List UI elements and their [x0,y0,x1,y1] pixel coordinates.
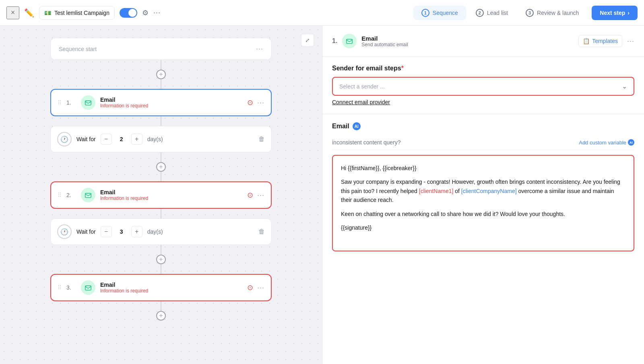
email-section: Email AI inconsistent content query? Add… [322,114,644,259]
ai-badge: AI [353,122,361,130]
add-step-btn-0[interactable]: + [156,70,166,79]
add-custom-variable-link[interactable]: Add custom variable AI [579,139,634,146]
step-actions-3: ⊙ ··· [247,283,264,292]
email-step-3[interactable]: ⠿ 3. Email Information is required ⊙ ··· [50,274,272,301]
email-body-line-3: Keen on chatting over a networking call … [341,210,625,218]
step-info-2: Email Information is required [100,189,242,201]
nav-review-label: Review & launch [537,10,579,16]
email-step-1[interactable]: ⠿ 1. Email Information is required ⊙ ··· [50,89,272,116]
step-more-2[interactable]: ··· [257,191,264,199]
drag-handle-1[interactable]: ⠿ [58,99,62,106]
svg-rect-0 [85,101,91,105]
drag-handle-2[interactable]: ⠿ [58,192,62,198]
email-icon-1 [81,95,95,110]
clock-icon-2: 🕐 [57,224,72,239]
nav-review[interactable]: 3 Review & launch [518,6,587,20]
right-step-subtitle: Send automatic email [361,42,574,47]
drag-handle-3[interactable]: ⠿ [58,284,62,291]
campaign-toggle[interactable] [120,8,137,18]
header-left: × ✏️ 💵 Test lemlist Campaign ⚙ ··· [6,6,409,20]
campaign-emoji: 💵 [44,10,51,16]
sequence-panel: ⤢ Sequence start ··· + ⠿ 1. [0,26,322,364]
next-step-button[interactable]: Next step › [592,6,638,20]
subject-row: inconsistent content query? Add custom v… [332,135,634,150]
sender-placeholder: Select a sender ... [339,83,385,90]
email-body[interactable]: Hi {{firstName}}, {{icebreaker}} Saw you… [332,155,634,251]
connector-4b [161,264,161,274]
var-client-name: [clientName1] [419,188,454,194]
nav-sequence[interactable]: 1 Sequence [413,6,466,20]
header-nav: 1 Sequence 2 Lead list 3 Review & launch [413,6,587,20]
expand-button[interactable]: ⤢ [301,34,314,47]
connector-3 [161,209,161,218]
step-num-1: 1. [66,99,76,106]
nav-sequence-label: Sequence [433,10,458,16]
header-more-icon[interactable]: ··· [153,8,161,17]
templates-label: Templates [592,38,618,44]
arrow-right-icon: › [627,10,630,16]
step-info-3: Email Information is required [100,282,242,294]
step-more-1[interactable]: ··· [257,99,264,107]
right-email-icon [342,34,357,48]
right-header: 1. Email Send automatic email 📋 Template… [322,26,644,57]
wait-label-2: Wait for [76,228,96,235]
nav-num-1: 1 [421,9,429,17]
sequence-start-more[interactable]: ··· [256,45,263,53]
add-step-btn-1[interactable]: + [156,162,166,172]
decrement-wait-1[interactable]: − [101,134,112,145]
step-actions-2: ⊙ ··· [247,191,264,199]
main-layout: ⤢ Sequence start ··· + ⠿ 1. [0,26,644,364]
email-step-2[interactable]: ⠿ 2. Email Information is required ⊙ ··· [50,181,272,209]
step-error-1: Information is required [100,103,242,109]
var-company-name: [clientCompanyName] [461,188,517,194]
toggle-thumb [128,9,136,17]
right-step-num: 1. [332,37,337,45]
email-body-line-2: Saw your company is expanding - congrats… [341,177,625,204]
step-info-1: Email Information is required [100,97,242,109]
add-step-btn-2[interactable]: + [156,255,166,264]
email-icon-3 [81,280,95,295]
campaign-title: Test lemlist Campaign [54,10,109,16]
connector-0 [161,60,161,70]
close-button[interactable]: × [6,6,19,19]
wait-value-2: 3 [117,228,126,235]
error-icon-1: ⊙ [247,98,253,107]
increment-wait-1[interactable]: + [131,134,142,145]
wait-card-1: 🕐 Wait for − 2 + day(s) 🗑 [50,126,272,152]
step-more-3[interactable]: ··· [257,284,264,292]
right-step-info: Email Send automatic email [361,35,574,47]
nav-leadlist[interactable]: 2 Lead list [468,6,516,20]
templates-button[interactable]: 📋 Templates [578,35,622,47]
campaign-name-input[interactable]: 💵 Test lemlist Campaign [39,6,115,20]
right-more-icon[interactable]: ··· [627,37,634,45]
chevron-down-icon: ⌄ [622,82,627,90]
app-header: × ✏️ 💵 Test lemlist Campaign ⚙ ··· 1 Seq… [0,0,644,26]
step-error-3: Information is required [100,288,242,294]
right-panel: 1. Email Send automatic email 📋 Template… [322,26,644,364]
gear-icon[interactable]: ⚙ [142,8,149,17]
svg-rect-2 [85,286,91,290]
add-step-btn-3[interactable]: + [156,311,166,321]
nav-leadlist-label: Lead list [487,10,508,16]
sender-section-title: Sender for email steps* [332,65,634,72]
clock-icon-1: 🕐 [57,132,72,146]
increment-wait-2[interactable]: + [131,226,142,237]
error-icon-3: ⊙ [247,283,253,292]
connect-email-link[interactable]: Connect email provider [332,99,390,105]
sender-section: Sender for email steps* Select a sender … [322,57,644,114]
ai-icon-small: AI [628,139,634,146]
sender-dropdown[interactable]: Select a sender ... ⌄ [332,77,634,96]
connector-1 [161,116,161,126]
wait-label-1: Wait for [76,136,96,142]
connector-2b [161,172,161,181]
step-error-2: Information is required [100,195,242,201]
step-num-2: 2. [66,192,76,198]
svg-rect-1 [85,193,91,198]
right-step-title: Email [361,35,574,42]
delete-wait-1[interactable]: 🗑 [258,136,265,143]
wait-unit-2: day(s) [147,228,254,235]
nav-num-3: 3 [526,9,534,17]
magic-icon[interactable]: ✏️ [24,8,34,18]
decrement-wait-2[interactable]: − [101,226,112,237]
delete-wait-2[interactable]: 🗑 [258,228,265,235]
